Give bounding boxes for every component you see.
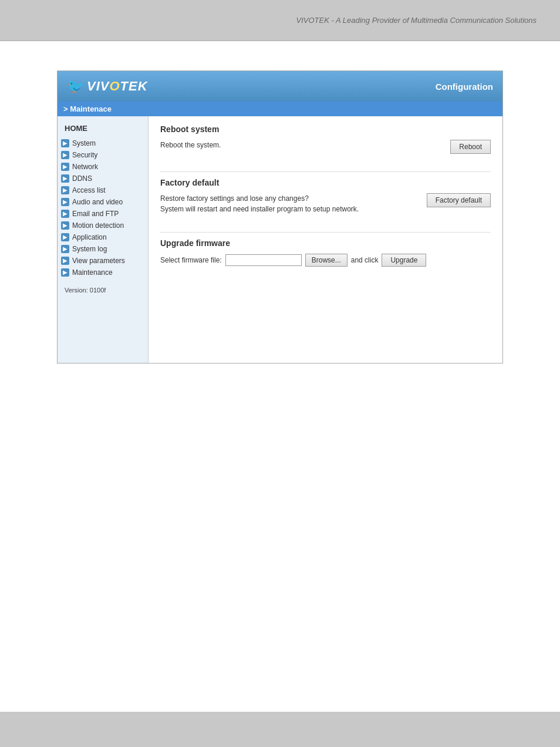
sidebar-item-system[interactable]: ▶ System xyxy=(58,137,148,149)
arrow-icon: ▶ xyxy=(61,163,69,171)
divider-1 xyxy=(160,171,491,172)
factory-default-button[interactable]: Factory default xyxy=(427,193,491,207)
browse-button[interactable]: Browse... xyxy=(305,254,348,267)
sidebar-item-label: Application xyxy=(72,233,107,241)
sidebar-item-label: Access list xyxy=(72,186,106,194)
firmware-select-label: Select firmware file: xyxy=(160,256,222,264)
factory-title: Factory default xyxy=(160,178,491,187)
arrow-icon: ▶ xyxy=(61,151,69,159)
arrow-icon: ▶ xyxy=(61,245,69,253)
sidebar-item-view-parameters[interactable]: ▶ View parameters xyxy=(58,255,148,267)
sidebar-item-label: DDNS xyxy=(72,174,92,183)
firmware-file-input[interactable] xyxy=(225,254,302,266)
arrow-icon: ▶ xyxy=(61,198,69,206)
sidebar-item-system-log[interactable]: ▶ System log xyxy=(58,243,148,255)
arrow-icon: ▶ xyxy=(61,210,69,218)
firmware-section: Select firmware file: Browse... and clic… xyxy=(160,254,491,267)
reboot-title: Reboot system xyxy=(160,124,491,134)
sidebar-item-label: Network xyxy=(72,163,98,171)
page-body: 🐦 VIVOTEK Configuration > Maintenace HOM… xyxy=(0,41,560,712)
top-bar: VIVOTEK - A Leading Provider of Multimed… xyxy=(0,0,560,41)
divider-2 xyxy=(160,232,491,233)
arrow-icon: ▶ xyxy=(61,233,69,241)
sidebar-version: Version: 0100f xyxy=(58,278,148,296)
sidebar-item-network[interactable]: ▶ Network xyxy=(58,161,148,173)
main-layout: HOME ▶ System ▶ Security ▶ Network ▶ DDN… xyxy=(58,116,502,363)
sidebar-item-label: View parameters xyxy=(72,257,125,265)
firmware-row: Select firmware file: Browse... and clic… xyxy=(160,254,491,267)
sidebar-item-ddns[interactable]: ▶ DDNS xyxy=(58,173,148,184)
factory-desc-line1: Restore factory settings and lose any ch… xyxy=(160,193,395,204)
upgrade-button[interactable]: Upgrade xyxy=(382,254,426,267)
sidebar: HOME ▶ System ▶ Security ▶ Network ▶ DDN… xyxy=(58,116,149,363)
sidebar-item-label: Motion detection xyxy=(72,221,124,230)
sidebar-item-label: System log xyxy=(72,245,107,253)
sidebar-item-label: Maintenance xyxy=(72,268,113,277)
arrow-icon: ▶ xyxy=(61,268,69,277)
sidebar-item-label: Email and FTP xyxy=(72,210,119,218)
logo-viv: VIV xyxy=(87,79,109,93)
arrow-icon: ▶ xyxy=(61,174,69,183)
arrow-icon: ▶ xyxy=(61,186,69,194)
sidebar-item-label: Security xyxy=(72,151,97,159)
factory-row: Restore factory settings and lose any ch… xyxy=(160,193,491,221)
firmware-title: Upgrade firmware xyxy=(160,238,491,248)
browser-window: 🐦 VIVOTEK Configuration > Maintenace HOM… xyxy=(57,70,503,364)
reboot-row: Reboot the system. Reboot xyxy=(160,140,491,161)
logo-tek: TEK xyxy=(120,79,148,93)
tagline: VIVOTEK - A Leading Provider of Multimed… xyxy=(296,16,537,25)
header-config-label: Configuration xyxy=(436,82,493,92)
logo-bird-icon: 🐦 xyxy=(67,78,85,95)
arrow-icon: ▶ xyxy=(61,257,69,265)
reboot-button[interactable]: Reboot xyxy=(450,140,491,154)
factory-desc-line2: System will restart and need installer p… xyxy=(160,204,395,214)
sidebar-item-maintenance[interactable]: ▶ Maintenance xyxy=(58,267,148,278)
logo-text: VIVOTEK xyxy=(87,79,148,94)
sidebar-item-audio-video[interactable]: ▶ Audio and video xyxy=(58,196,148,208)
arrow-icon: ▶ xyxy=(61,221,69,230)
logo-o: O xyxy=(109,79,120,93)
and-click-text: and click xyxy=(351,256,379,264)
sidebar-item-security[interactable]: ▶ Security xyxy=(58,149,148,161)
sidebar-item-application[interactable]: ▶ Application xyxy=(58,231,148,243)
vivotek-header: 🐦 VIVOTEK Configuration xyxy=(58,71,502,102)
sidebar-item-email-ftp[interactable]: ▶ Email and FTP xyxy=(58,208,148,220)
section-header: > Maintenace xyxy=(58,102,502,116)
bottom-bar xyxy=(0,712,560,747)
factory-description: Restore factory settings and lose any ch… xyxy=(160,193,395,214)
sidebar-item-label: Audio and video xyxy=(72,198,123,206)
arrow-icon: ▶ xyxy=(61,139,69,147)
content-area: Reboot system Reboot the system. Reboot … xyxy=(149,116,502,363)
reboot-description: Reboot the system. xyxy=(160,140,395,150)
section-nav-label: > Maintenace xyxy=(63,105,112,113)
sidebar-item-access-list[interactable]: ▶ Access list xyxy=(58,184,148,196)
sidebar-home[interactable]: HOME xyxy=(58,121,148,137)
sidebar-item-label: System xyxy=(72,139,96,147)
sidebar-item-motion-detection[interactable]: ▶ Motion detection xyxy=(58,220,148,231)
vivotek-logo: 🐦 VIVOTEK xyxy=(67,78,148,95)
